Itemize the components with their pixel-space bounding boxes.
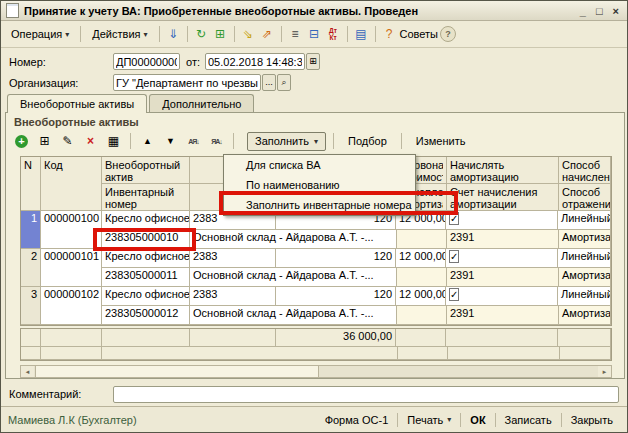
reflect-method-cell[interactable]: Амортизация <box>559 306 611 325</box>
location-cell[interactable]: Основной склад - Айдарова А.Т. -... <box>190 230 397 249</box>
print-dropdown-button[interactable]: Печать ▾ <box>400 412 458 428</box>
table-row[interactable]: 2 000000101 Кресло офисное из к... 2383 … <box>21 249 611 287</box>
asset-cell[interactable]: Кресло офисное из к... <box>102 287 190 306</box>
delete-row-icon[interactable]: × <box>81 133 100 150</box>
copy-document-icon[interactable]: ⊞ <box>212 26 229 43</box>
chevron-down-icon: ▾ <box>144 30 148 39</box>
depreciation-account-cell[interactable]: 2391 <box>447 268 559 287</box>
menu-item-for-va-list[interactable]: Для списка ВА <box>224 155 415 175</box>
tab-noncurrent-assets[interactable]: Внеоборотные активы <box>7 94 147 113</box>
marked-list-icon[interactable]: ⊟ <box>306 26 323 43</box>
toolbar-separator <box>281 26 282 42</box>
charge-depreciation-cell[interactable]: ✓ <box>446 287 558 306</box>
method-cell[interactable]: Линейный сп <box>558 249 611 268</box>
depreciation-account-cell[interactable]: 2391 <box>447 306 559 325</box>
accumulated-depreciation-cell[interactable] <box>397 268 447 287</box>
accumulated-depreciation-cell[interactable] <box>397 230 447 249</box>
comment-input[interactable] <box>113 386 619 403</box>
asset-cell[interactable]: Кресло офисное из к... <box>102 249 190 268</box>
scroll-right-icon[interactable]: ► <box>598 366 611 377</box>
refresh-icon[interactable]: ↻ <box>193 26 210 43</box>
main-toolbar: Операция ▾ Действия ▾ ⇓ ↻ ⊞ ⇘ ⇗ ≡ ⊟ Дт К… <box>1 21 627 48</box>
term-cell[interactable]: 120 <box>276 287 396 306</box>
close-button[interactable]: × <box>613 5 619 17</box>
sort-ascending-icon[interactable]: АЯ↓ <box>184 133 203 150</box>
tips-button[interactable]: Советы <box>400 28 438 40</box>
calendar-icon[interactable]: ⊞ <box>306 53 320 70</box>
account-cell[interactable]: 2383 <box>190 287 276 306</box>
charge-depreciation-cell[interactable]: ✓ <box>446 249 558 268</box>
accumulated-depreciation-cell[interactable] <box>397 306 447 325</box>
location-cell[interactable]: Основной склад - Айдарова А.Т. -... <box>190 268 397 287</box>
maximize-button[interactable]: □ <box>596 5 603 17</box>
horizontal-scrollbar[interactable]: ◄ ► <box>20 365 612 378</box>
inventory-number-cell[interactable]: 238305000012 <box>102 306 190 325</box>
row-number-cell[interactable]: 2 <box>21 249 41 287</box>
cost-cell[interactable]: 12 000,00 <box>396 249 446 268</box>
pick-button[interactable]: Подбор <box>341 133 394 149</box>
cost-cell[interactable]: 12 000,00 <box>396 287 446 306</box>
fill-dropdown-button[interactable]: Заполнить ▾ <box>247 132 326 151</box>
form-os1-button[interactable]: Форма ОС-1 <box>318 412 396 428</box>
tab-additional[interactable]: Дополнительно <box>149 94 254 112</box>
location-cell[interactable]: Основной склад - Айдарова А.Т. -... <box>190 306 397 325</box>
move-down-icon[interactable]: ▼ <box>161 133 180 150</box>
row-number-cell[interactable]: 3 <box>21 287 41 325</box>
term-cell[interactable]: 120 <box>276 249 396 268</box>
list-icon[interactable]: ≡ <box>287 26 304 43</box>
organization-label: Организация: <box>9 77 113 89</box>
minimize-button[interactable]: _ <box>580 5 586 17</box>
sort-descending-icon[interactable]: ЯА↓ <box>207 133 226 150</box>
document-icon <box>6 3 19 18</box>
report-icon[interactable]: ▤ <box>353 26 370 43</box>
row-number-cell[interactable]: 1 <box>21 211 41 249</box>
method-cell[interactable]: Линейный сп <box>558 287 611 306</box>
import-icon[interactable]: ⇘ <box>240 26 257 43</box>
number-input[interactable] <box>113 53 180 70</box>
close-form-button[interactable]: Закрыть <box>564 412 620 428</box>
actions-menu-button[interactable]: Действия ▾ <box>86 25 153 43</box>
tips-book-icon[interactable]: ? <box>381 26 398 43</box>
depreciation-account-cell[interactable]: 2391 <box>447 230 559 249</box>
date-input[interactable] <box>205 53 305 70</box>
checkbox-checked-icon[interactable]: ✓ <box>449 250 459 263</box>
toolbar-separator <box>159 26 160 42</box>
export-icon[interactable]: ⇗ <box>259 26 276 43</box>
ok-button[interactable]: ОК <box>463 412 492 428</box>
reflect-method-cell[interactable]: Амортизация <box>559 230 611 249</box>
method-cell[interactable]: Линейный сп <box>558 211 611 230</box>
date-label: от: <box>186 56 200 68</box>
ellipsis-select-button[interactable]: ... <box>262 74 276 91</box>
post-document-icon[interactable]: ⇓ <box>165 26 182 43</box>
annotation-box-menu-item <box>219 191 458 215</box>
operation-menu-button[interactable]: Операция ▾ <box>5 25 75 43</box>
checkbox-checked-icon[interactable]: ✓ <box>449 288 459 301</box>
add-row-icon[interactable]: + <box>12 133 31 150</box>
chevron-down-icon: ▾ <box>65 30 69 39</box>
scroll-left-icon[interactable]: ◄ <box>21 366 34 377</box>
toolbar-separator <box>130 133 131 149</box>
organization-input[interactable] <box>113 74 261 91</box>
toolbar-separator <box>80 26 81 42</box>
move-up-icon[interactable]: ▲ <box>138 133 157 150</box>
copy-row-icon[interactable]: ⊞ <box>35 133 54 150</box>
charge-depreciation-cell[interactable]: ✓ <box>446 211 558 230</box>
reflect-method-cell[interactable]: Амортизация <box>559 268 611 287</box>
toolbar-separator <box>347 26 348 42</box>
save-button[interactable]: Записать <box>498 412 559 428</box>
code-cell[interactable]: 000000102 <box>41 287 102 325</box>
table-row[interactable]: 3 000000102 Кресло офисное из к... 2383 … <box>21 287 611 325</box>
header-method: Способ начисления .. <box>559 157 611 184</box>
end-edit-icon[interactable]: ▦ <box>104 133 123 150</box>
account-cell[interactable]: 2383 <box>190 249 276 268</box>
toolbar-separator <box>333 133 334 149</box>
scrollbar-thumb[interactable] <box>35 366 319 377</box>
search-icon[interactable]: ⌕ <box>277 74 291 91</box>
help-icon[interactable]: ? <box>440 26 456 42</box>
inventory-number-cell[interactable]: 238305000011 <box>102 268 190 287</box>
dt-kt-postings-icon[interactable]: Дт Кт <box>325 27 342 41</box>
change-button[interactable]: Изменить <box>409 133 473 149</box>
code-cell[interactable]: 000000101 <box>41 249 102 287</box>
number-label: Номер: <box>9 56 113 68</box>
edit-row-icon[interactable]: ✎ <box>58 133 77 150</box>
